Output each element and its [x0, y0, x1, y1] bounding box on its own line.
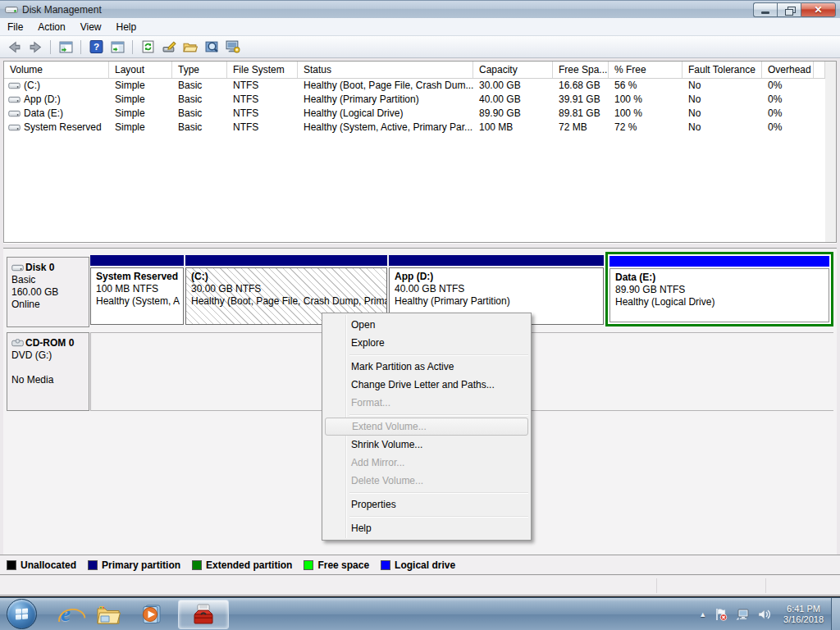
cd-rom-icon	[11, 339, 24, 348]
volume-icon	[8, 109, 21, 118]
disk-management-taskbar-button[interactable]	[178, 600, 229, 629]
table-row[interactable]: (C:) Simple Basic NTFS Healthy (Boot, Pa…	[4, 79, 825, 93]
cell-pct-free: 100 %	[609, 107, 682, 121]
open-folder-icon[interactable]	[181, 38, 199, 56]
cell-overhead: 0%	[762, 93, 814, 107]
pane-splitter[interactable]	[3, 243, 837, 249]
cell-layout: Simple	[109, 107, 172, 121]
console-tree-icon[interactable]	[57, 38, 75, 56]
restore-button[interactable]	[777, 2, 801, 17]
column-header-status[interactable]: Status	[298, 62, 473, 78]
action-center-flag-icon[interactable]	[714, 608, 728, 621]
partition-status: Healthy (System, A	[96, 295, 183, 308]
cell-fault-tolerance: No	[682, 93, 762, 107]
volume-list-header: Volume Layout Type File System Status Ca…	[4, 62, 825, 79]
cdrom-panel[interactable]: CD-ROM 0 DVD (G:) No Media	[7, 332, 89, 411]
media-player-button[interactable]	[137, 600, 165, 628]
cell-pct-free: 72 %	[609, 121, 682, 135]
cell-file-system: NTFS	[227, 79, 298, 93]
disk0-panel[interactable]: Disk 0 Basic 160.00 GB Online	[7, 257, 89, 327]
column-header-fault-tolerance[interactable]: Fault Tolerance	[682, 62, 762, 78]
menu-item-change-drive-letter[interactable]: Change Drive Letter and Paths...	[323, 376, 530, 394]
column-header-free-space[interactable]: Free Spa...	[553, 62, 609, 78]
menu-action[interactable]: Action	[30, 19, 72, 35]
cell-type: Basic	[172, 79, 227, 93]
windows-explorer-button[interactable]	[94, 600, 122, 628]
help-icon[interactable]: ?	[87, 38, 105, 56]
restore-icon	[785, 7, 794, 14]
refresh-icon[interactable]	[139, 38, 157, 56]
cell-pct-free: 56 %	[609, 79, 682, 93]
network-icon[interactable]	[735, 608, 750, 621]
system-tray: ▲ 6:41 PM 3/16/2018	[699, 598, 829, 630]
menu-item-help[interactable]: Help	[323, 519, 530, 537]
cell-free-space: 16.68 GB	[553, 79, 609, 93]
column-header-volume[interactable]: Volume	[4, 62, 109, 78]
folder-icon	[96, 604, 121, 625]
volume-icon	[8, 95, 21, 104]
start-button[interactable]	[7, 599, 37, 629]
partition-status: Healthy (Boot, Page File, Crash Dump, Pr…	[191, 295, 386, 308]
menu-view[interactable]: View	[73, 19, 109, 35]
column-header-blank	[814, 62, 825, 78]
menu-item-mark-partition-active[interactable]: Mark Partition as Active	[323, 358, 530, 376]
volume-name: (C:)	[24, 79, 40, 93]
column-header-pct-free[interactable]: % Free	[609, 62, 682, 78]
disk-properties-icon[interactable]	[160, 38, 178, 56]
cell-layout: Simple	[109, 121, 172, 135]
menu-file[interactable]: File	[0, 19, 30, 35]
menu-item-explore[interactable]: Explore	[323, 334, 530, 352]
clock[interactable]: 6:41 PM 3/16/2018	[778, 604, 829, 625]
partition-bar	[90, 255, 184, 266]
table-row[interactable]: Data (E:) Simple Basic NTFS Healthy (Log…	[4, 107, 825, 121]
partition-e-extended-frame[interactable]: Data (E:) 89.90 GB NTFS Healthy (Logical…	[605, 252, 833, 326]
menu-item-shrink-volume[interactable]: Shrink Volume...	[323, 436, 530, 454]
column-header-layout[interactable]: Layout	[109, 62, 172, 78]
toolbar: ?	[0, 36, 840, 58]
minimize-button[interactable]	[753, 2, 777, 17]
cell-file-system: NTFS	[227, 93, 298, 107]
cell-free-space: 72 MB	[553, 121, 609, 135]
volume-list-scrollbar[interactable]	[825, 61, 837, 243]
menu-item-open[interactable]: Open	[323, 316, 530, 334]
cell-status: Healthy (Primary Partition)	[298, 93, 473, 107]
status-divider	[765, 578, 766, 593]
volume-name: Data (E:)	[24, 107, 63, 121]
show-hidden-icons-button[interactable]: ▲	[699, 610, 706, 619]
column-header-overhead[interactable]: Overhead	[762, 62, 814, 78]
disk-icon	[11, 263, 24, 272]
legend-label: Extended partition	[206, 559, 292, 571]
menu-help[interactable]: Help	[109, 19, 144, 35]
preview-icon[interactable]	[203, 38, 221, 56]
menu-separator	[349, 354, 528, 355]
media-player-icon	[139, 603, 162, 626]
legend-label: Primary partition	[102, 559, 180, 571]
partition-name: System Reserved	[96, 271, 183, 283]
column-header-file-system[interactable]: File System	[227, 62, 298, 78]
menu-bar: File Action View Help	[0, 18, 840, 36]
menu-item-properties[interactable]: Properties	[323, 495, 530, 514]
title-bar[interactable]: Disk Management ✕	[0, 0, 840, 18]
column-header-capacity[interactable]: Capacity	[473, 62, 553, 78]
cell-type: Basic	[172, 121, 227, 135]
menu-separator	[349, 492, 528, 493]
partition-system-reserved[interactable]: System Reserved 100 MB NTFS Healthy (Sys…	[90, 255, 184, 325]
column-header-type[interactable]: Type	[172, 62, 227, 78]
partition-bar	[185, 255, 387, 266]
action-pane-icon[interactable]	[108, 38, 126, 56]
show-desktop-button[interactable]	[831, 598, 840, 630]
forward-icon[interactable]	[26, 38, 44, 56]
volume-speaker-icon[interactable]	[757, 608, 771, 621]
manage-computer-icon[interactable]	[224, 38, 242, 56]
legend-swatch	[192, 560, 202, 570]
internet-explorer-button[interactable]: e	[52, 600, 80, 628]
cell-capacity: 89.90 GB	[473, 107, 553, 121]
legend-label: Logical drive	[395, 559, 455, 571]
close-button[interactable]: ✕	[801, 2, 836, 17]
table-row[interactable]: System Reserved Simple Basic NTFS Health…	[4, 121, 825, 135]
legend-label: Free space	[317, 559, 369, 571]
back-icon[interactable]	[5, 38, 23, 56]
table-row[interactable]: App (D:) Simple Basic NTFS Healthy (Prim…	[4, 93, 825, 107]
cdrom-kind: DVD (G:)	[11, 349, 85, 362]
cell-file-system: NTFS	[227, 107, 298, 121]
